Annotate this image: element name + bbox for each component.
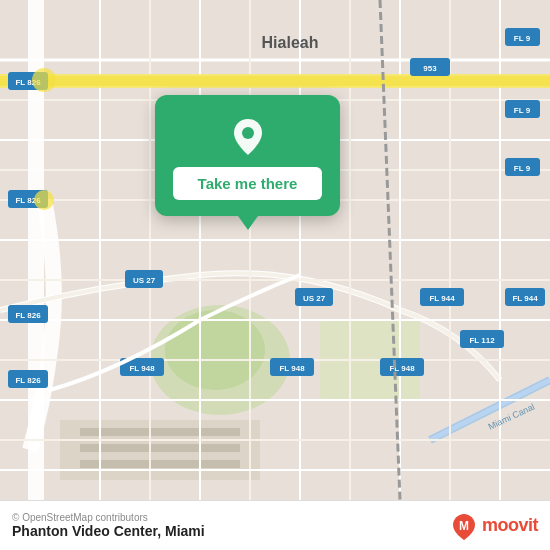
moovit-brand-text: moovit [482, 515, 538, 536]
svg-point-70 [32, 68, 56, 92]
svg-text:FL 948: FL 948 [279, 364, 305, 373]
svg-text:FL 112: FL 112 [469, 336, 495, 345]
bottom-bar: © OpenStreetMap contributors Phanton Vid… [0, 500, 550, 550]
location-popup: Take me there [155, 95, 340, 216]
map-view[interactable]: FL 826 FL 826 FL 826 FL 826 US 27 US 27 … [0, 0, 550, 500]
bottom-left-info: © OpenStreetMap contributors Phanton Vid… [12, 512, 205, 539]
moovit-logo: M moovit [450, 512, 538, 540]
svg-text:FL 9: FL 9 [514, 34, 531, 43]
svg-text:953: 953 [423, 64, 437, 73]
svg-text:M: M [459, 519, 469, 533]
take-me-there-button[interactable]: Take me there [173, 167, 322, 200]
svg-rect-7 [80, 428, 240, 436]
location-title: Phanton Video Center, Miami [12, 523, 205, 539]
svg-text:FL 944: FL 944 [429, 294, 455, 303]
svg-text:FL 948: FL 948 [129, 364, 155, 373]
map-attribution: © OpenStreetMap contributors [12, 512, 205, 523]
svg-text:US 27: US 27 [133, 276, 156, 285]
svg-rect-34 [0, 76, 550, 86]
location-pin-icon [226, 113, 270, 157]
svg-text:FL 826: FL 826 [15, 311, 41, 320]
svg-rect-8 [80, 444, 240, 452]
svg-text:Hialeah: Hialeah [262, 34, 319, 51]
svg-rect-9 [80, 460, 240, 468]
svg-point-71 [34, 190, 54, 210]
svg-point-73 [242, 127, 254, 139]
svg-text:FL 9: FL 9 [514, 106, 531, 115]
svg-text:FL 826: FL 826 [15, 376, 41, 385]
svg-text:FL 944: FL 944 [512, 294, 538, 303]
moovit-pin-icon: M [450, 512, 478, 540]
svg-text:US 27: US 27 [303, 294, 326, 303]
svg-text:FL 9: FL 9 [514, 164, 531, 173]
